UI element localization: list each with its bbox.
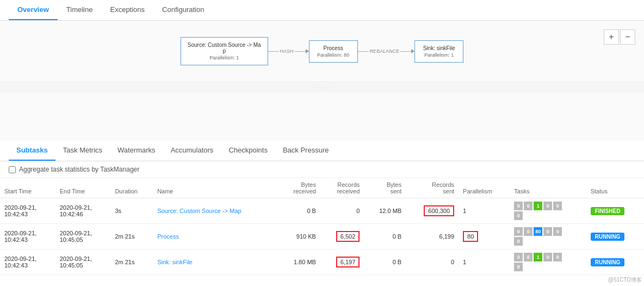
aggregate-checkbox[interactable]	[9, 166, 16, 173]
rebalance-label: REBALANCE	[369, 48, 401, 54]
tab-timeline[interactable]: Timeline	[58, 0, 102, 20]
tab-accumulators[interactable]: Accumulators	[163, 141, 221, 161]
th-records-received: Recordsreceived	[320, 178, 364, 198]
th-start-time: Start Time	[0, 178, 55, 198]
source-node-parallelism: Parallelism: 1	[188, 55, 261, 60]
flow-diagram: Source: Custom Source -> Ma p Parallelis…	[0, 21, 644, 82]
source-node[interactable]: Source: Custom Source -> Ma p Parallelis…	[181, 37, 268, 65]
cell-start-time: 2020-09-21,10:42:43	[0, 224, 55, 250]
table-row: 2020-09-21,10:42:432020-09-21,10:42:463s…	[0, 198, 644, 224]
tab-watermarks[interactable]: Watermarks	[110, 141, 163, 161]
cell-tasks: 0080000	[510, 224, 586, 250]
cell-records-received: 6,502	[320, 224, 364, 250]
cell-parallelism: 80	[459, 224, 510, 250]
tab-exceptions[interactable]: Exceptions	[101, 0, 153, 20]
cell-records-sent: 600,300	[406, 198, 459, 224]
th-bytes-received: Bytesreceived	[278, 178, 320, 198]
cell-bytes-received: 910 KB	[278, 224, 320, 250]
tab-task-metrics[interactable]: Task Metrics	[55, 141, 110, 161]
cell-records-received: 0	[320, 198, 364, 224]
flow-diagram-area: + − Source: Custom Source -> Ma p Parall…	[0, 21, 644, 141]
source-node-name2: p	[188, 48, 261, 54]
cell-tasks: 001000	[510, 250, 586, 275]
cell-bytes-received: 0 B	[278, 198, 320, 224]
cell-end-time: 2020-09-21,10:45:05	[55, 224, 111, 250]
th-end-time: End Time	[55, 178, 111, 198]
cell-name[interactable]: Process	[153, 224, 278, 250]
cell-status: FINISHED	[586, 198, 644, 224]
sink-node[interactable]: Sink: sinkFile Parallelism: 1	[414, 40, 463, 63]
cell-status: RUNNING	[586, 224, 644, 250]
th-status: Status	[586, 178, 644, 198]
rebalance-connector: REBALANCE	[358, 48, 415, 54]
tab-overview[interactable]: Overview	[9, 0, 58, 20]
hash-connector: HASH	[268, 48, 309, 54]
subtasks-table: Start Time End Time Duration Name Bytesr…	[0, 178, 644, 275]
cell-name[interactable]: Source: Custom Source -> Map	[153, 198, 278, 224]
cell-bytes-sent: 0 B	[364, 250, 406, 275]
table-row: 2020-09-21,10:42:432020-09-21,10:45:052m…	[0, 250, 644, 275]
cell-bytes-received: 1.80 MB	[278, 250, 320, 275]
th-records-sent: Recordssent	[406, 178, 459, 198]
cell-duration: 2m 21s	[110, 250, 153, 275]
process-node[interactable]: Process Parallelism: 80	[309, 40, 358, 63]
cell-duration: 3s	[110, 198, 153, 224]
bottom-section: Subtasks Task Metrics Watermarks Accumul…	[0, 141, 644, 275]
cell-start-time: 2020-09-21,10:42:43	[0, 250, 55, 275]
cell-start-time: 2020-09-21,10:42:43	[0, 198, 55, 224]
cell-end-time: 2020-09-21,10:45:05	[55, 250, 111, 275]
table-header-row: Start Time End Time Duration Name Bytesr…	[0, 178, 644, 198]
th-parallelism: Parallelism	[459, 178, 510, 198]
tab-configuration[interactable]: Configuration	[153, 0, 213, 20]
cell-records-sent: 0	[406, 250, 459, 275]
zoom-controls: + −	[604, 29, 635, 45]
process-node-parallelism: Parallelism: 80	[316, 52, 351, 58]
cell-tasks: 001000	[510, 198, 586, 224]
top-tab-bar: Overview Timeline Exceptions Configurati…	[0, 0, 644, 21]
aggregate-row: Aggregate task statistics by TaskManager	[0, 161, 644, 178]
cell-records-received: 6,197	[320, 250, 364, 275]
sub-tab-bar: Subtasks Task Metrics Watermarks Accumul…	[0, 141, 644, 161]
sink-node-parallelism: Parallelism: 1	[422, 52, 456, 58]
table-row: 2020-09-21,10:42:432020-09-21,10:45:052m…	[0, 224, 644, 250]
aggregate-label: Aggregate task statistics by TaskManager	[19, 166, 139, 173]
tab-back-pressure[interactable]: Back Pressure	[275, 141, 337, 161]
tab-subtasks[interactable]: Subtasks	[9, 141, 55, 161]
cell-duration: 2m 21s	[110, 224, 153, 250]
cell-status: RUNNING	[586, 250, 644, 275]
cell-parallelism: 1	[459, 250, 510, 275]
th-bytes-sent: Bytessent	[364, 178, 406, 198]
process-node-name: Process	[316, 45, 351, 51]
sink-node-name: Sink: sinkFile	[422, 45, 456, 51]
zoom-out-button[interactable]: −	[620, 29, 635, 45]
hash-label: HASH	[279, 48, 295, 54]
th-tasks: Tasks	[510, 178, 586, 198]
cell-parallelism: 1	[459, 198, 510, 224]
drag-handle[interactable]: · · · · · ·	[0, 82, 644, 93]
source-node-name: Source: Custom Source -> Ma	[188, 42, 261, 48]
cell-name[interactable]: Sink: sinkFile	[153, 250, 278, 275]
cell-records-sent: 6,199	[406, 224, 459, 250]
zoom-in-button[interactable]: +	[604, 29, 619, 45]
cell-end-time: 2020-09-21,10:42:46	[55, 198, 111, 224]
cell-bytes-sent: 0 B	[364, 224, 406, 250]
tab-checkpoints[interactable]: Checkpoints	[221, 141, 275, 161]
th-name: Name	[153, 178, 278, 198]
cell-bytes-sent: 12.0 MB	[364, 198, 406, 224]
th-duration: Duration	[110, 178, 153, 198]
